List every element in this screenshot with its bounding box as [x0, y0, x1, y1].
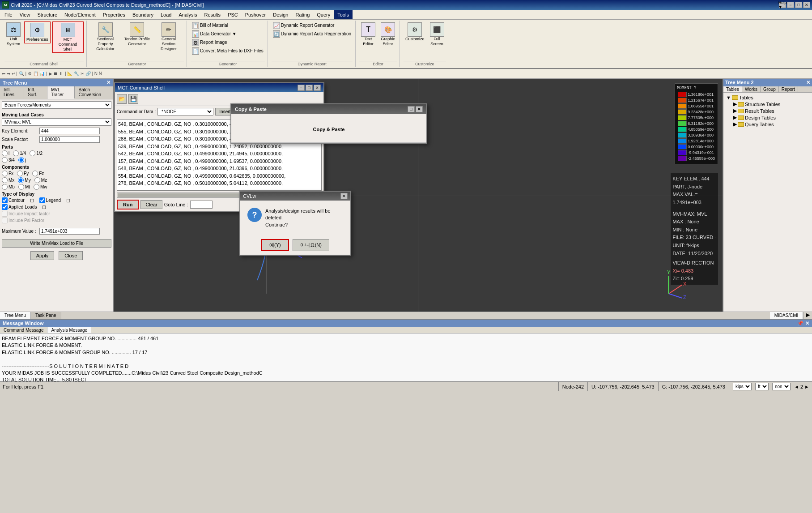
menu-node-element[interactable]: Node/Element	[61, 10, 99, 19]
tendon-profile-button[interactable]: 📏 Tendon ProfileGenerator	[123, 21, 152, 47]
report-image-button[interactable]: 🖼 Report Image	[191, 38, 229, 47]
bottom-tab-task-pane[interactable]: Task Pane	[31, 312, 61, 319]
mct-dialog-close[interactable]: ✕	[314, 85, 321, 91]
apply-button[interactable]: Apply	[30, 251, 55, 260]
run-button[interactable]: Run	[117, 200, 139, 209]
message-window-close[interactable]: ✕	[805, 321, 809, 326]
copy-paste-close[interactable]: ✕	[416, 106, 423, 112]
psi-factor-check[interactable]: Include Psi Factor	[2, 218, 44, 223]
bottom-tab-tree-menu[interactable]: Tree Menu	[0, 312, 31, 319]
comp-mb[interactable]: Mb	[2, 184, 15, 190]
max-value-input[interactable]	[39, 228, 100, 235]
comp-my[interactable]: My	[18, 177, 30, 183]
confirm-no-button[interactable]: 아니요(N)	[293, 239, 329, 251]
bottom-tab-midas[interactable]: MIDAS/Civil	[770, 312, 803, 319]
left-tab-infl-surf[interactable]: Infl. Surf.	[24, 86, 47, 99]
parts-1-4[interactable]: 1/4	[13, 150, 26, 156]
scale-factor-input[interactable]	[39, 136, 100, 143]
mct-dialog-minimize[interactable]: −	[298, 85, 305, 91]
sectional-property-button[interactable]: 🔧 Sectional PropertyCalculator	[90, 21, 121, 52]
parts-3-4[interactable]: 3/4	[2, 157, 15, 163]
comp-mx[interactable]: Mx	[2, 177, 14, 183]
left-panel-close-button[interactable]: Close	[59, 251, 83, 260]
status-bar-arrows[interactable]: ◄ 2 ►	[794, 384, 809, 389]
unit-dropdown-kips[interactable]: kips	[733, 383, 752, 390]
confirm-yes-button[interactable]: 예(Y)	[261, 239, 289, 251]
unit-dropdown-non[interactable]: non	[772, 383, 791, 390]
mct-dialog-restore[interactable]: □	[306, 85, 313, 91]
convert-meta-button[interactable]: 📄 Convert Meta Files to DXF Files	[191, 47, 265, 55]
preferences-button[interactable]: ⚙ Preferences	[24, 21, 51, 43]
menu-query[interactable]: Query	[313, 10, 334, 19]
left-panel-close[interactable]: ✕	[106, 80, 111, 86]
data-generator-button[interactable]: 📊 Data Generator ▼	[191, 30, 238, 38]
tree-item-design-tables[interactable]: ▶ Design Tables	[732, 114, 810, 121]
msg-tab-analysis[interactable]: Analysis Message	[47, 327, 91, 333]
text-editor-button[interactable]: T TextEditor	[359, 21, 377, 47]
minimize-button[interactable]: −	[787, 2, 794, 8]
menu-design[interactable]: Design	[269, 10, 292, 19]
mct-command-shell-button[interactable]: 🖥 MCT CommandShell	[52, 21, 84, 53]
clear-button[interactable]: Clear	[140, 200, 162, 209]
unit-dropdown-ft[interactable]: ft	[755, 383, 769, 390]
menu-load[interactable]: Load	[157, 10, 175, 19]
msg-tab-command[interactable]: Command Message	[0, 327, 47, 333]
comp-fz[interactable]: Fz	[32, 171, 44, 176]
close-button[interactable]: ✕	[803, 2, 810, 8]
menu-view[interactable]: View	[16, 10, 34, 19]
parts-j[interactable]: j	[18, 157, 26, 163]
menu-file[interactable]: File	[1, 10, 16, 19]
full-screen-button[interactable]: ⬛ FullScreen	[428, 21, 446, 47]
write-min-max-button[interactable]: Write Min/Max Load to File	[2, 239, 111, 248]
impact-factor-check[interactable]: Include Impact factor	[2, 211, 50, 217]
message-window-pin[interactable]: 📌	[797, 321, 803, 326]
menu-rating[interactable]: Rating	[292, 10, 313, 19]
mct-tool-open[interactable]: 📂	[117, 94, 127, 104]
tree-item-query-tables[interactable]: ▶ Query Tables	[732, 121, 810, 128]
copy-paste-restore[interactable]: □	[408, 106, 415, 112]
goto-input[interactable]	[190, 201, 213, 209]
tree-tab-group[interactable]: Group	[761, 86, 779, 92]
tree-tab-tables[interactable]: Tables	[723, 86, 742, 92]
mvl-dropdown[interactable]: MVmax: MVL	[2, 118, 111, 126]
tree-item-structure-tables[interactable]: ▶ Structure Tables	[732, 101, 810, 107]
left-tab-mvl-tracer[interactable]: MVL Tracer	[47, 86, 75, 99]
help-menu[interactable]: Help ▼	[779, 2, 786, 8]
menu-analysis[interactable]: Analysis	[175, 10, 200, 19]
tree-tab-works[interactable]: Works	[742, 86, 761, 92]
dynamic-report-auto-button[interactable]: 🔄 Dynamic Report Auto Regeneration	[272, 30, 353, 38]
menu-results[interactable]: Results	[200, 10, 224, 19]
graphic-editor-button[interactable]: 🎨 GraphicEditor	[379, 21, 397, 47]
forces-moments-dropdown[interactable]: Beam Forces/Moments	[2, 101, 111, 109]
comp-mt[interactable]: Mt	[18, 184, 30, 190]
maximize-button[interactable]: □	[795, 2, 802, 8]
menu-pushover[interactable]: Pushover	[242, 10, 269, 19]
mct-tool-save[interactable]: 💾	[128, 94, 138, 104]
parts-i[interactable]: i	[2, 150, 9, 156]
general-section-button[interactable]: ✏ General SectionDesigner	[153, 21, 184, 52]
menu-tools[interactable]: Tools	[334, 10, 353, 19]
tree-item-tables-root[interactable]: ▼ Tables	[725, 94, 810, 101]
applied-loads-check[interactable]: Applied Loads	[2, 204, 37, 210]
menu-structure[interactable]: Structure	[34, 10, 61, 19]
parts-1-2[interactable]: 1/2	[30, 150, 43, 156]
menu-psc[interactable]: PSC	[224, 10, 242, 19]
dynamic-report-generator-button[interactable]: 📈 Dynamic Report Generator	[272, 21, 336, 30]
tree-item-result-tables[interactable]: ▶ Result Tables	[732, 107, 810, 114]
command-select[interactable]: *NODE	[157, 108, 213, 115]
customize-button[interactable]: ⚙ Customize	[404, 21, 426, 43]
unit-system-button[interactable]: ⚖ UnitSystem	[4, 21, 22, 47]
comp-mz[interactable]: Mz	[34, 177, 47, 183]
viewport-nav-arrow[interactable]: ▶	[803, 312, 812, 319]
confirm-close-btn[interactable]: ✕	[340, 193, 348, 199]
menu-boundary[interactable]: Boundary	[129, 10, 157, 19]
contour-check[interactable]: Contour	[2, 197, 25, 203]
tree-menu-2-close[interactable]: ✕	[806, 80, 810, 86]
message-content[interactable]: BEAM ELEMENT FORCE & MOMENT GROUP NO. ..…	[0, 333, 812, 381]
menu-properties[interactable]: Properties	[99, 10, 129, 19]
comp-mw[interactable]: Mw	[34, 184, 47, 190]
comp-fy[interactable]: Fy	[17, 171, 29, 176]
comp-fx[interactable]: Fx	[2, 171, 13, 176]
left-tab-batch[interactable]: Batch Conversion	[75, 86, 113, 99]
left-tab-infl-lines[interactable]: Infl. Lines	[0, 86, 24, 99]
